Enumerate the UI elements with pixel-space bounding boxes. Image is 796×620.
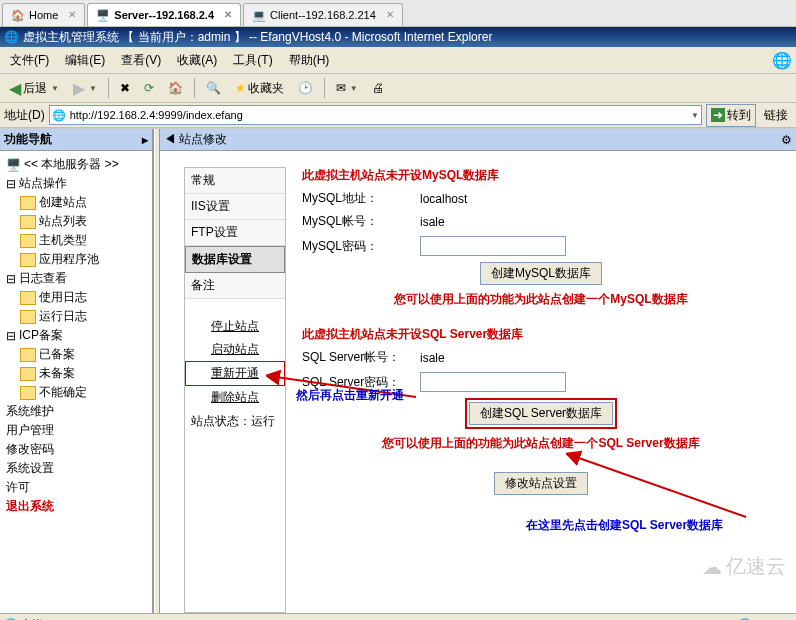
- chevron-right-icon[interactable]: ▸: [142, 133, 148, 147]
- menu-help[interactable]: 帮助(H): [283, 50, 336, 71]
- tree-server[interactable]: 🖥️ << 本地服务器 >>: [2, 155, 150, 174]
- folder-icon: [20, 367, 36, 381]
- action-stop-site[interactable]: 停止站点: [185, 315, 285, 338]
- tab-general[interactable]: 常规: [185, 168, 285, 194]
- action-start-site[interactable]: 启动站点: [185, 338, 285, 361]
- server-icon: 🖥️: [6, 158, 21, 172]
- stop-icon: ✖: [120, 81, 130, 95]
- go-button[interactable]: ➜ 转到: [706, 104, 756, 127]
- stop-button[interactable]: ✖: [115, 78, 135, 98]
- search-button[interactable]: 🔍: [201, 78, 226, 98]
- links-label[interactable]: 链接: [760, 107, 792, 124]
- create-mssql-highlight: 创建SQL Server数据库: [465, 398, 617, 429]
- menu-view[interactable]: 查看(V): [115, 50, 167, 71]
- status-value: 运行: [251, 414, 275, 428]
- favorites-button[interactable]: ★ 收藏夹: [230, 77, 289, 100]
- tree-icp[interactable]: ⊟ ICP备案: [2, 326, 150, 345]
- menu-bar: 文件(F) 编辑(E) 查看(V) 收藏(A) 工具(T) 帮助(H) 🌐: [0, 47, 796, 74]
- ie-icon: 🌐: [4, 27, 19, 47]
- go-label: 转到: [727, 107, 751, 124]
- menu-edit[interactable]: 编辑(E): [59, 50, 111, 71]
- tree-change-pwd[interactable]: 修改密码: [2, 440, 150, 459]
- chevron-down-icon[interactable]: ▼: [89, 84, 97, 93]
- main-title: ◀ 站点修改: [164, 131, 227, 148]
- tree-use-log[interactable]: 使用日志: [16, 288, 150, 307]
- address-input[interactable]: 🌐 http://192.168.2.4:9999/index.efang ▼: [49, 105, 702, 125]
- action-delete-site[interactable]: 删除站点: [185, 386, 285, 409]
- row-mysql-create: 创建MySQL数据库: [302, 262, 780, 285]
- mysql-addr-value: localhost: [420, 192, 467, 206]
- tree-label: 使用日志: [39, 289, 87, 306]
- tree-sys-maint[interactable]: 系统维护: [2, 402, 150, 421]
- separator: [108, 78, 109, 98]
- row-mssql-acct: SQL Server帐号： isale: [302, 349, 780, 366]
- tab-home[interactable]: 🏠 Home ✕: [2, 3, 85, 26]
- back-icon: ◀: [9, 79, 21, 98]
- action-reopen-site[interactable]: 重新开通: [185, 361, 285, 386]
- tree-host-types[interactable]: 主机类型: [16, 231, 150, 250]
- mail-icon: ✉: [336, 81, 346, 95]
- tree-site-ops[interactable]: ⊟ 站点操作: [2, 174, 150, 193]
- tree-exit[interactable]: 退出系统: [2, 497, 150, 516]
- menu-file[interactable]: 文件(F): [4, 50, 55, 71]
- tree-label: << 本地服务器 >>: [24, 156, 119, 173]
- menu-tools[interactable]: 工具(T): [227, 50, 278, 71]
- main-panel: ◀ 站点修改 ⚙ 常规 IIS设置 FTP设置 数据库设置 备注 停止站点 启动…: [160, 129, 796, 613]
- print-button[interactable]: 🖨: [367, 78, 389, 98]
- refresh-button[interactable]: ⟳: [139, 78, 159, 98]
- nav-tree: 🖥️ << 本地服务器 >> ⊟ 站点操作 创建站点 站点列表 主机类型 应用程…: [0, 151, 152, 520]
- content-area: 功能导航 ▸ 🖥️ << 本地服务器 >> ⊟ 站点操作 创建站点 站点列表 主…: [0, 128, 796, 613]
- row-mysql-pwd: MySQL密码：: [302, 236, 780, 256]
- chevron-down-icon[interactable]: ▼: [350, 84, 358, 93]
- tree-icp-unknown[interactable]: 不能确定: [16, 383, 150, 402]
- tree-label: 已备案: [39, 346, 75, 363]
- browser-tabs: 🏠 Home ✕ 🖥️ Server--192.168.2.4 ✕ 💻 Clie…: [0, 0, 796, 27]
- mail-button[interactable]: ✉▼: [331, 78, 363, 98]
- server-icon: 🖥️: [96, 4, 110, 26]
- tree-log-view[interactable]: ⊟ 日志查看: [2, 269, 150, 288]
- close-icon[interactable]: ✕: [386, 4, 394, 26]
- tree-run-log[interactable]: 运行日志: [16, 307, 150, 326]
- tab-notes[interactable]: 备注: [185, 273, 285, 299]
- close-icon[interactable]: ✕: [224, 4, 232, 26]
- history-button[interactable]: 🕑: [293, 78, 318, 98]
- chevron-down-icon[interactable]: ▼: [51, 84, 59, 93]
- annotation-create-mssql: 在这里先点击创建SQL Server数据库: [526, 517, 723, 534]
- tab-db[interactable]: 数据库设置: [185, 246, 285, 273]
- tab-iis[interactable]: IIS设置: [185, 194, 285, 220]
- folder-icon: [20, 310, 36, 324]
- forward-button[interactable]: ▶ ▼: [68, 76, 102, 101]
- home-button[interactable]: 🏠: [163, 78, 188, 98]
- mysql-pwd-input[interactable]: [420, 236, 566, 256]
- mysql-hint: 您可以使用上面的功能为此站点创建一个MySQL数据库: [302, 291, 780, 308]
- back-button[interactable]: ◀ 后退 ▼: [4, 76, 64, 101]
- gear-icon[interactable]: ⚙: [781, 133, 792, 147]
- save-site-button[interactable]: 修改站点设置: [494, 472, 588, 495]
- create-mysql-button[interactable]: 创建MySQL数据库: [480, 262, 602, 285]
- home-icon: 🏠: [11, 4, 25, 26]
- create-mssql-button[interactable]: 创建SQL Server数据库: [469, 402, 613, 425]
- tree-icp-undone[interactable]: 未备案: [16, 364, 150, 383]
- tree-sys-config[interactable]: 系统设置: [2, 459, 150, 478]
- tab-server[interactable]: 🖥️ Server--192.168.2.4 ✕: [87, 3, 241, 26]
- url-text: http://192.168.2.4:9999/index.efang: [70, 109, 243, 121]
- tree-site-list[interactable]: 站点列表: [16, 212, 150, 231]
- row-save: 修改站点设置: [302, 472, 780, 495]
- mysql-acct-value: isale: [420, 215, 445, 229]
- main-body: 常规 IIS设置 FTP设置 数据库设置 备注 停止站点 启动站点 重新开通 删…: [160, 151, 796, 613]
- tree-user-mgmt[interactable]: 用户管理: [2, 421, 150, 440]
- folder-icon: [20, 196, 36, 210]
- tab-client[interactable]: 💻 Client--192.168.2.214 ✕: [243, 3, 403, 26]
- menu-favorites[interactable]: 收藏(A): [171, 50, 223, 71]
- mssql-acct-label: SQL Server帐号：: [302, 349, 412, 366]
- tree-icp-done[interactable]: 已备案: [16, 345, 150, 364]
- mssql-acct-value: isale: [420, 351, 445, 365]
- tab-ftp[interactable]: FTP设置: [185, 220, 285, 246]
- window-titlebar: 🌐 虚拟主机管理系统 【 当前用户：admin 】 -- EfangVHost4…: [0, 27, 796, 47]
- tree-app-pool[interactable]: 应用程序池: [16, 250, 150, 269]
- tree-permit[interactable]: 许可: [2, 478, 150, 497]
- mssql-pwd-input[interactable]: [420, 372, 566, 392]
- tree-create-site[interactable]: 创建站点: [16, 193, 150, 212]
- chevron-down-icon[interactable]: ▼: [691, 111, 699, 120]
- close-icon[interactable]: ✕: [68, 4, 76, 26]
